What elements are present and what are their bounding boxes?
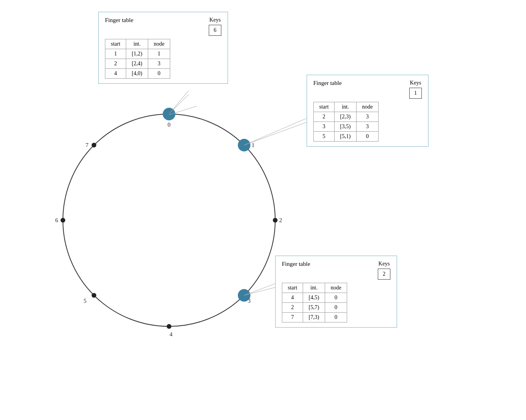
table-cell: [5,7) [303, 303, 325, 313]
ft3-table: start int. node 4[4,5)02[5,7)07[7,3)0 [282, 283, 347, 322]
svg-point-8 [92, 143, 96, 147]
table-cell: 0 [325, 293, 347, 303]
table-cell: [5,1) [335, 132, 357, 142]
svg-point-6 [92, 293, 96, 298]
svg-text:4: 4 [169, 331, 173, 337]
table-cell: 0 [356, 132, 378, 142]
svg-point-5 [167, 324, 171, 329]
table-cell: 3 [148, 59, 170, 69]
ft0-table: start int. node 1[1,2)12[2,4)34[4,0)0 [105, 39, 170, 79]
table-cell: [4,5) [303, 293, 325, 303]
table-row: 5[5,1)0 [314, 132, 379, 142]
table-cell: 5 [314, 132, 335, 142]
svg-line-17 [169, 90, 189, 114]
table-cell: 3 [356, 122, 378, 132]
svg-text:3: 3 [248, 298, 251, 304]
ft0-col-int: int. [126, 39, 148, 49]
ft3-col-node: node [325, 283, 347, 293]
svg-text:1: 1 [252, 142, 255, 148]
ft1-keys-value: 1 [409, 88, 422, 99]
ft1-table: start int. node 2[2,3)33[3,5)35[5,1)0 [313, 102, 379, 142]
table-cell: 2 [282, 303, 303, 313]
table-cell: 4 [282, 293, 303, 303]
svg-text:7: 7 [86, 142, 89, 148]
svg-line-21 [244, 122, 307, 145]
ft1-title: Finger table [313, 80, 342, 87]
ft0-col-start: start [105, 39, 126, 49]
table-cell: 0 [325, 313, 347, 322]
ft0-header: Finger table Keys 6 [105, 17, 221, 36]
table-row: 3[3,5)3 [314, 122, 379, 132]
ft3-keys-value: 2 [378, 269, 390, 280]
ft3-title: Finger table [282, 261, 310, 267]
ft1-header: Finger table Keys 1 [313, 80, 422, 99]
table-row: 2[2,3)3 [314, 112, 379, 122]
svg-line-23 [244, 287, 276, 295]
svg-text:2: 2 [279, 217, 282, 223]
table-cell: 4 [105, 69, 126, 79]
table-cell: [2,3) [335, 112, 357, 122]
svg-text:5: 5 [84, 298, 87, 304]
table-cell: [4,0) [126, 69, 148, 79]
finger-table-node3: Finger table Keys 2 start int. node 4[4,… [275, 256, 397, 328]
svg-line-20 [244, 118, 307, 145]
ft1-keys-label: Keys [410, 80, 421, 86]
svg-line-22 [244, 283, 276, 295]
ft0-col-node: node [148, 39, 170, 49]
main-container: 0 1 2 3 4 5 6 7 Finger table Keys 6 [0, 0, 526, 420]
ft0-keys-label: Keys [210, 17, 221, 23]
ft0-keys-value: 6 [209, 25, 221, 36]
table-row: 1[1,2)1 [105, 49, 170, 59]
svg-text:0: 0 [167, 122, 171, 128]
table-cell: 0 [325, 303, 347, 313]
svg-point-7 [61, 218, 65, 223]
table-cell: 1 [105, 49, 126, 59]
ft1-keys: Keys 1 [409, 80, 422, 99]
table-cell: 3 [314, 122, 335, 132]
ft1-col-start: start [314, 102, 335, 112]
table-cell: 1 [148, 49, 170, 59]
table-cell: 2 [314, 112, 335, 122]
table-cell: [7,3) [303, 313, 325, 322]
table-row: 2[5,7)0 [282, 303, 347, 313]
ft3-col-start: start [282, 283, 303, 293]
finger-table-node1: Finger table Keys 1 start int. node 2[2,… [307, 75, 429, 147]
table-row: 4[4,5)0 [282, 293, 347, 303]
svg-line-18 [169, 94, 189, 114]
ft0-keys: Keys 6 [209, 17, 221, 36]
ft3-keys: Keys 2 [378, 261, 390, 280]
table-row: 2[2,4)3 [105, 59, 170, 69]
svg-text:6: 6 [55, 217, 59, 223]
diagram-svg: 0 1 2 3 4 5 6 7 [0, 0, 526, 420]
table-row: 7[7,3)0 [282, 313, 347, 322]
ft0-title: Finger table [105, 17, 133, 24]
ft3-keys-label: Keys [379, 261, 390, 267]
table-row: 4[4,0)0 [105, 69, 170, 79]
table-cell: [3,5) [335, 122, 357, 132]
table-cell: 7 [282, 313, 303, 322]
table-cell: 3 [356, 112, 378, 122]
table-cell: 0 [148, 69, 170, 79]
ft1-col-node: node [356, 102, 378, 112]
svg-point-4 [273, 218, 278, 223]
table-cell: [2,4) [126, 59, 148, 69]
table-cell: [1,2) [126, 49, 148, 59]
ft3-col-int: int. [303, 283, 325, 293]
ft3-header: Finger table Keys 2 [282, 261, 390, 280]
table-cell: 2 [105, 59, 126, 69]
ft1-col-int: int. [335, 102, 357, 112]
finger-table-node0: Finger table Keys 6 start int. node 1[1,… [98, 12, 228, 84]
